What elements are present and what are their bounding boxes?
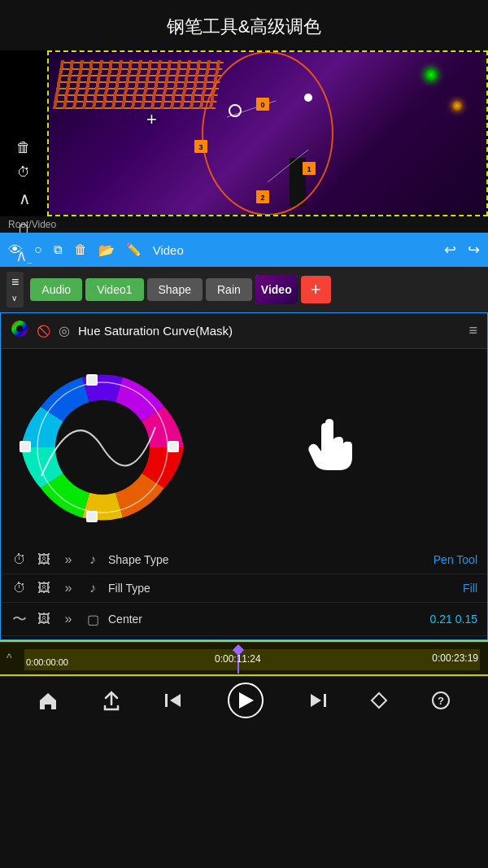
copy-icon[interactable]: ⧉ — [54, 242, 63, 257]
toolbar-label: Video — [153, 243, 433, 257]
peak-icon[interactable]: ∧ — [19, 190, 29, 207]
next-frame-button[interactable] — [307, 691, 328, 709]
add-clip-button[interactable]: + — [301, 276, 331, 303]
svg-text:0: 0 — [260, 101, 264, 109]
keyframe-icon-2[interactable]: ⏱ — [11, 581, 28, 595]
clip-tracks: ≡ ∨ Audio Video1 Shape Rain Video + — [0, 267, 488, 312]
root-label: Root/Video — [0, 216, 488, 233]
timeline-toggle[interactable]: ^ — [7, 652, 12, 665]
pen-icon[interactable]: ✏️ — [126, 242, 142, 257]
shape-type-row: ⏱ 🖼 » ♪ Shape Type Pen Tool — [1, 546, 487, 574]
circle-target-icon[interactable]: ◎ — [59, 323, 70, 338]
shape-type-value[interactable]: Pen Tool — [434, 553, 477, 566]
keyframe-icon-1[interactable]: ⏱ — [11, 552, 28, 567]
fast-fwd-icon-1[interactable]: » — [59, 552, 77, 567]
effect-panel: 🚫 ◎ Hue Saturation Curve(Mask) ≡ — [0, 312, 488, 640]
fast-fwd-icon-2[interactable]: » — [59, 581, 77, 595]
image-icon-2[interactable]: 🖼 — [35, 581, 53, 595]
clip-video1[interactable]: Video1 — [85, 278, 143, 301]
color-wheel[interactable] — [17, 362, 188, 533]
svg-line-1 — [227, 101, 276, 117]
clip-shape[interactable]: Shape — [147, 278, 203, 301]
center-row: 〜 🖼 » ▢ Center 0.21 0.15 — [1, 603, 487, 636]
music-icon-1[interactable]: ♪ — [84, 552, 102, 567]
play-button[interactable] — [228, 683, 264, 718]
svg-point-14 — [16, 325, 23, 332]
keyframe-icon-3[interactable]: 〜 — [11, 609, 28, 629]
svg-text:2: 2 — [260, 194, 264, 202]
svg-text:3: 3 — [198, 143, 203, 151]
diamond-button[interactable] — [370, 691, 388, 709]
property-rows: ⏱ 🖼 » ♪ Shape Type Pen Tool ⏱ 🖼 » ♪ Fill… — [1, 546, 487, 639]
toolbar-bar: 👁 ○ ⧉ 🗑 📂 ✏️ Video ↩ ↪ — [0, 233, 488, 267]
folder-icon[interactable]: 📂 — [98, 242, 115, 258]
clip-video-active[interactable]: Video — [255, 275, 298, 304]
effect-header: 🚫 ◎ Hue Saturation Curve(Mask) ≡ — [1, 313, 487, 349]
share-button[interactable] — [102, 690, 121, 711]
fast-fwd-icon-3[interactable]: » — [59, 612, 77, 626]
center-value[interactable]: 0.21 0.15 — [430, 613, 477, 626]
move-cross-icon[interactable]: + — [146, 109, 157, 130]
timeline-start: 0:00:00:00 — [26, 657, 68, 667]
play-triangle — [239, 692, 254, 709]
square-icon-3[interactable]: ▢ — [84, 612, 102, 627]
svg-rect-18 — [165, 694, 168, 707]
timer-icon[interactable]: ⏱ — [17, 166, 30, 179]
undo-icon[interactable]: ↩ — [444, 241, 456, 259]
fill-type-value[interactable]: Fill — [463, 582, 477, 595]
wheel-handle-3[interactable] — [20, 441, 31, 452]
timeline-end-time: 0:00:23:19 — [432, 652, 478, 664]
wheel-handle-4[interactable] — [86, 511, 98, 522]
prev-frame-button[interactable] — [163, 691, 185, 709]
center-label: Center — [108, 613, 424, 626]
node-icon[interactable]: ∧_ — [15, 247, 33, 264]
delete-icon[interactable]: 🗑 — [16, 140, 31, 155]
svg-rect-19 — [324, 694, 326, 707]
color-wheel-icon[interactable] — [11, 320, 28, 342]
svg-text:1: 1 — [307, 165, 311, 173]
help-button[interactable]: ? — [431, 691, 451, 710]
timeline-area[interactable]: ^ 0:00:00:00 0:00:11:24 0:00:23:19 — [0, 640, 488, 676]
tracks-toggle-icon: ≡ — [11, 275, 19, 289]
svg-text:?: ? — [438, 695, 444, 707]
clip-rain[interactable]: Rain — [206, 278, 252, 301]
timeline-current-time: 0:00:11:24 — [215, 653, 261, 665]
left-toolbar: 🗑 ⏱ ∧ ∩ ∧_ — [0, 132, 47, 272]
svg-rect-7 — [194, 140, 207, 153]
wheel-handle-2[interactable] — [168, 441, 179, 452]
effect-menu-icon[interactable]: ≡ — [468, 322, 477, 339]
clip-audio[interactable]: Audio — [30, 278, 82, 301]
svg-point-0 — [203, 52, 333, 215]
svg-rect-5 — [256, 190, 269, 203]
video-preview: 0 2 3 1 + — [47, 50, 488, 216]
effect-title: Hue Saturation Curve(Mask) — [78, 324, 460, 338]
shape-type-label: Shape Type — [108, 553, 427, 566]
music-icon-2[interactable]: ♪ — [84, 581, 102, 595]
title-text: 钢笔工具&高级调色 — [167, 16, 322, 37]
fill-type-row: ⏱ 🖼 » ♪ Fill Type Fill — [1, 574, 487, 603]
fill-type-label: Fill Type — [108, 582, 456, 595]
color-wheel-area — [1, 349, 487, 546]
tracks-toggle-arrow: ∨ — [11, 294, 17, 303]
image-icon-3[interactable]: 🖼 — [35, 612, 53, 626]
wheel-handle-1[interactable] — [86, 374, 98, 386]
image-icon-1[interactable]: 🖼 — [35, 552, 53, 567]
bottom-controls: ? — [0, 676, 488, 723]
hand-cursor-icon — [188, 407, 471, 488]
trash-icon[interactable]: 🗑 — [74, 242, 87, 257]
arch-icon[interactable]: ∩ — [17, 218, 30, 236]
tracks-toggle[interactable]: ≡ ∨ — [7, 272, 24, 308]
home-button[interactable] — [37, 690, 59, 711]
svg-rect-3 — [256, 98, 269, 111]
page-title: 钢笔工具&高级调色 — [0, 0, 488, 50]
svg-point-12 — [304, 94, 312, 102]
svg-point-11 — [229, 105, 241, 116]
mask-icon[interactable]: 🚫 — [37, 325, 50, 338]
redo-icon[interactable]: ↪ — [468, 241, 480, 259]
